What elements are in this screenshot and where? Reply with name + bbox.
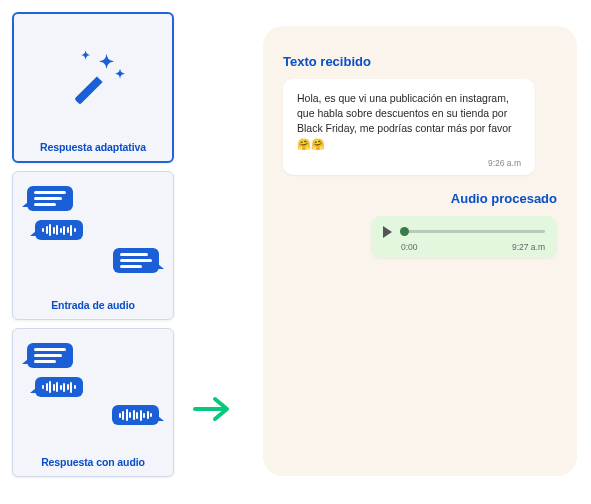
options-column: ✦ ✦ ✦ Respuesta adaptativa Entrada de [12, 12, 174, 477]
chat-audio-bubble-icon [35, 377, 83, 397]
audio-progress-track[interactable] [400, 230, 545, 233]
magic-wand-icon [74, 69, 109, 104]
outgoing-audio-message: 0:00 9:27 a.m [371, 216, 557, 258]
card-illustration [21, 339, 165, 449]
arrow-right-icon [193, 394, 233, 428]
received-section-title: Texto recibido [283, 54, 557, 69]
card-audio-input[interactable]: Entrada de audio [12, 171, 174, 320]
card-illustration [21, 182, 165, 292]
emoji-hug-icon: 🤗🤗 [297, 138, 325, 150]
chat-audio-bubble-icon [35, 220, 83, 240]
incoming-message-time: 9:26 a.m [297, 157, 521, 169]
incoming-message: Hola, es que vi una publicación en insta… [283, 79, 535, 175]
incoming-message-text: Hola, es que vi una publicación en insta… [297, 92, 512, 134]
card-illustration: ✦ ✦ ✦ [22, 24, 164, 134]
card-audio-response[interactable]: Respuesta con audio [12, 328, 174, 477]
audio-time-label: 9:27 a.m [512, 242, 545, 252]
sparkle-icon: ✦ [81, 49, 90, 62]
card-label: Respuesta adaptativa [22, 134, 164, 157]
chat-preview-panel: Texto recibido Hola, es que vi una publi… [263, 26, 577, 476]
chat-text-bubble-icon [113, 248, 159, 273]
card-label: Respuesta con audio [21, 449, 165, 472]
processed-section-title: Audio procesado [283, 191, 557, 206]
play-button-icon[interactable] [383, 226, 392, 238]
card-label: Entrada de audio [21, 292, 165, 315]
audio-position-label: 0:00 [401, 242, 418, 252]
chat-audio-bubble-icon [112, 405, 160, 425]
sparkle-icon: ✦ [115, 67, 125, 81]
card-adaptive-response[interactable]: ✦ ✦ ✦ Respuesta adaptativa [12, 12, 174, 163]
chat-text-bubble-icon [27, 343, 73, 368]
chat-text-bubble-icon [27, 186, 73, 211]
